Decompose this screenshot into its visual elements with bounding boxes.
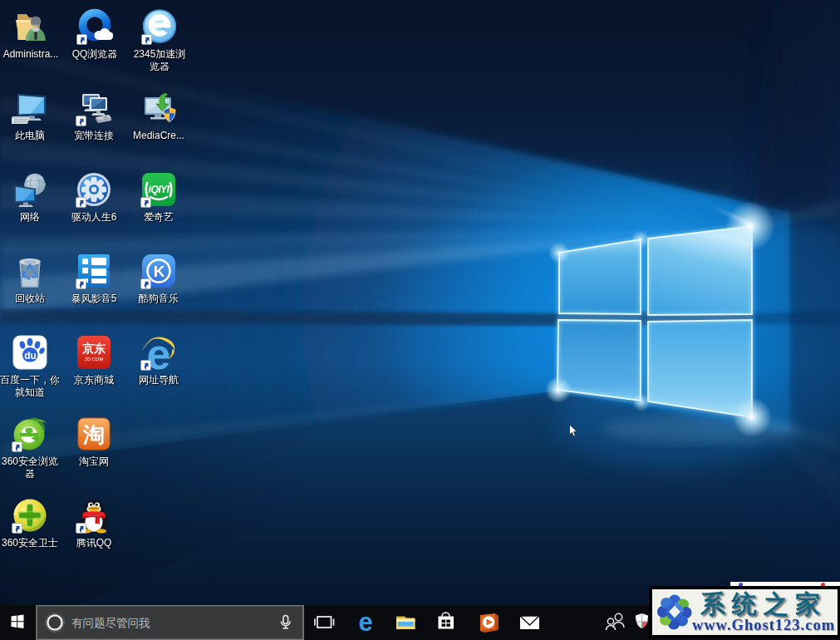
svg-text:iQIYI: iQIYI — [149, 184, 170, 195]
svg-text:淘: 淘 — [82, 422, 105, 447]
svg-text:e: e — [358, 608, 372, 637]
svg-text:JD.COM: JD.COM — [85, 357, 104, 362]
svg-text:du: du — [24, 350, 37, 362]
svg-text:有问题尽管问我: 有问题尽管问我 — [71, 617, 150, 629]
svg-text:京东: 京东 — [81, 342, 106, 355]
svg-text:K: K — [154, 263, 165, 280]
